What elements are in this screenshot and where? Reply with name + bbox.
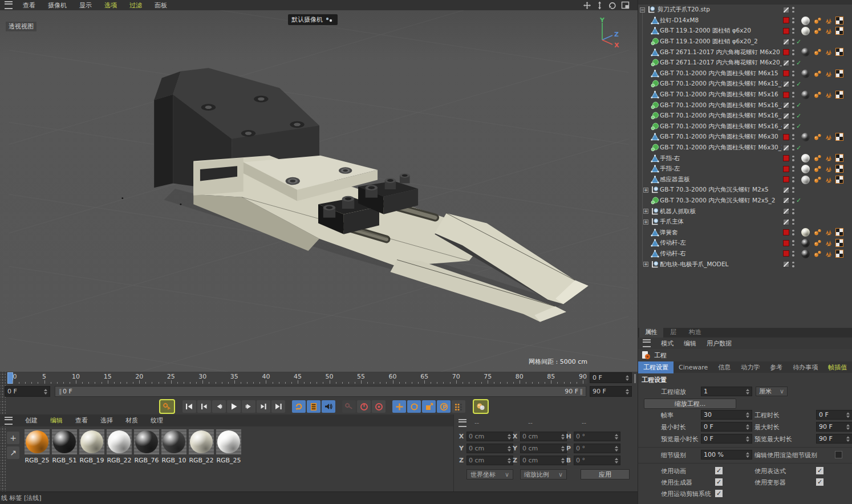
visibility-dots[interactable] — [792, 60, 794, 66]
phong-tag-icon[interactable] — [814, 239, 822, 249]
field-预览最大时长[interactable]: 90 F — [816, 434, 852, 444]
project-scale-field[interactable]: 1 — [701, 387, 752, 396]
checkbox-使用生成器[interactable]: ✓ — [715, 478, 723, 486]
layer-chip[interactable] — [783, 197, 789, 204]
spinner[interactable] — [846, 436, 850, 442]
range-end-spinner[interactable] — [626, 389, 629, 395]
key-rotation-button[interactable] — [407, 400, 421, 413]
layer-chip[interactable] — [783, 208, 789, 214]
layer-chip[interactable] — [783, 81, 789, 87]
material-tag-icon[interactable] — [801, 17, 810, 25]
checkbox-使用变形器[interactable]: ✓ — [816, 478, 823, 486]
polygon-object-icon[interactable] — [651, 155, 659, 162]
object-row[interactable]: GB-T 70.1-2000 内六角圆柱头螺钉 M6x15_2✓ — [638, 79, 852, 90]
object-name[interactable]: GB-T 70.3-2000 内六角沉头螺钉 M2x5_2 — [660, 197, 782, 205]
checkbox-使用表达式[interactable]: ✓ — [816, 467, 823, 474]
object-row[interactable]: 传动杆-右 — [638, 249, 852, 259]
object-row[interactable]: GB-T 70.1-2000 内六角圆柱头螺钉 M5x16_2✓ — [638, 100, 852, 111]
object-name[interactable]: 感应器盖板 — [660, 176, 782, 184]
spinner[interactable] — [846, 424, 850, 430]
visibility-dots[interactable] — [792, 156, 794, 161]
visibility-dots[interactable] — [792, 219, 794, 225]
material-swatch[interactable]: RGB_51 — [51, 429, 78, 464]
object-name[interactable]: GB-T 70.1-2000 内六角圆柱头螺钉 M6x15_2 — [660, 80, 782, 88]
timeline-ruler[interactable]: 051015202530354045505560657075808590 — [7, 372, 587, 384]
spinner[interactable] — [508, 434, 511, 440]
instance-object-icon[interactable] — [651, 59, 659, 67]
object-name[interactable]: GB-T 70.1-2000 内六角圆柱头螺钉 M5x16 — [660, 91, 782, 99]
display-color-chip[interactable] — [783, 134, 789, 140]
material-tag-icon[interactable] — [801, 239, 810, 247]
expand-icon[interactable]: + — [643, 209, 648, 214]
spinner[interactable] — [615, 446, 618, 452]
object-name[interactable]: 弹簧套 — [660, 229, 782, 237]
goto-start-button[interactable] — [182, 400, 196, 413]
normal-tag-icon[interactable] — [825, 70, 833, 79]
uvw-tag-icon[interactable] — [835, 133, 843, 143]
spinner[interactable] — [508, 458, 511, 464]
uvw-tag-icon[interactable] — [835, 250, 843, 259]
polygon-object-icon[interactable] — [651, 176, 659, 184]
normal-tag-icon[interactable] — [825, 27, 833, 36]
object-name[interactable]: GB-T 70.3-2000 内六角沉头螺钉 M2x5 — [660, 186, 782, 194]
attr-tab-帧插值[interactable]: 帧插值 — [823, 361, 852, 373]
polygon-object-icon[interactable] — [651, 48, 659, 56]
polygon-object-icon[interactable] — [651, 165, 659, 173]
key-parameter-button[interactable]: P — [437, 400, 451, 413]
visibility-dots[interactable] — [792, 28, 794, 34]
normal-tag-icon[interactable] — [825, 133, 833, 143]
panel-tab-构造[interactable]: 构造 — [683, 327, 707, 338]
display-color-chip[interactable] — [783, 92, 789, 98]
material-tag-icon[interactable] — [801, 48, 810, 56]
material-menu-编辑[interactable]: 编辑 — [50, 416, 63, 425]
phong-tag-icon[interactable] — [814, 250, 822, 259]
field-预览最小时长[interactable]: 0 F — [701, 434, 752, 444]
display-color-chip[interactable] — [783, 28, 789, 34]
object-name[interactable]: 配电块-电极手爪_MODEL — [660, 261, 782, 269]
visibility-dots[interactable] — [792, 198, 794, 204]
normal-tag-icon[interactable] — [825, 154, 833, 164]
spinner[interactable] — [615, 458, 618, 464]
instance-object-icon[interactable] — [651, 101, 659, 109]
material-swatch[interactable]: RGB_22 — [106, 429, 132, 464]
phong-tag-icon[interactable] — [814, 27, 822, 36]
scale-project-button[interactable]: 缩放工程... — [644, 399, 736, 409]
rotation-p-field[interactable]: 0 ° — [574, 444, 620, 453]
uvw-tag-icon[interactable] — [835, 228, 843, 238]
null-object-icon[interactable] — [651, 261, 659, 269]
object-name[interactable]: 机器人抓取板 — [660, 208, 782, 216]
normal-tag-icon[interactable] — [825, 228, 833, 238]
viewport-menu-选项[interactable]: 选项 — [104, 1, 117, 10]
attr-tab-Cineware[interactable]: Cineware — [674, 362, 713, 373]
key-position-button[interactable] — [392, 400, 406, 413]
object-row[interactable]: GB-T 119.1-2000 圆柱销 φ6x20_2✓ — [638, 36, 852, 47]
uvw-tag-icon[interactable] — [835, 176, 843, 185]
material-grip[interactable] — [0, 426, 6, 491]
visibility-dots[interactable] — [792, 103, 794, 108]
uvw-tag-icon[interactable] — [835, 27, 843, 36]
next-frame-button[interactable] — [242, 400, 255, 413]
object-name[interactable]: GB-T 70.1-2000 内六角圆柱头螺钉 M5x16_3 — [660, 112, 782, 120]
viewport-menu-过滤[interactable]: 过滤 — [129, 1, 142, 10]
spinner[interactable] — [746, 424, 749, 430]
layer-chip[interactable] — [783, 187, 789, 193]
render-lod-checkbox[interactable] — [835, 451, 842, 458]
attr-menu-编辑[interactable]: 编辑 — [684, 339, 696, 348]
uvw-tag-icon[interactable] — [835, 91, 843, 100]
uvw-tag-icon[interactable] — [835, 48, 843, 58]
object-name[interactable]: 剪刀式手爪T20.stp — [658, 6, 782, 14]
object-name[interactable]: GB-T 70.1-2000 内六角圆柱头螺钉 M5x16_2 — [660, 101, 782, 109]
visibility-dots[interactable] — [792, 145, 794, 151]
range-start-grip[interactable]: ‖ — [59, 388, 63, 395]
scale-y-field[interactable]: 0 cm — [520, 444, 567, 453]
viewport-menu-显示[interactable]: 显示 — [79, 1, 92, 10]
timeline-range-bar[interactable]: ‖ 0 F 90 F ‖ — [55, 386, 586, 397]
object-row[interactable]: 手指-右 — [638, 153, 852, 164]
material-tag-icon[interactable] — [801, 70, 810, 78]
display-color-chip[interactable] — [783, 240, 789, 246]
panel-tab-层[interactable]: 层 — [664, 327, 682, 338]
visibility-dots[interactable] — [792, 209, 794, 214]
material-menu-选择[interactable]: 选择 — [100, 416, 113, 425]
attr-tab-工程设置[interactable]: 工程设置 — [638, 361, 674, 373]
null-object-icon[interactable] — [651, 186, 659, 194]
